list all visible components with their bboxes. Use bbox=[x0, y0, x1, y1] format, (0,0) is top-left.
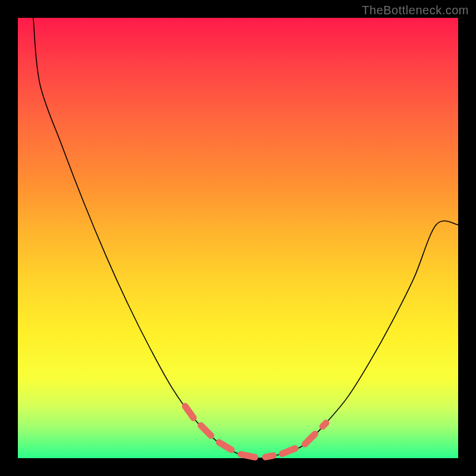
outer-frame: TheBottleneck.com bbox=[0, 0, 476, 476]
plot-area bbox=[18, 18, 458, 458]
highlight-left-dashes bbox=[185, 406, 273, 458]
highlight-right-dashes bbox=[282, 423, 326, 454]
bottleneck-curve bbox=[33, 18, 458, 458]
curve-svg bbox=[18, 18, 458, 458]
watermark-text: TheBottleneck.com bbox=[362, 4, 469, 17]
